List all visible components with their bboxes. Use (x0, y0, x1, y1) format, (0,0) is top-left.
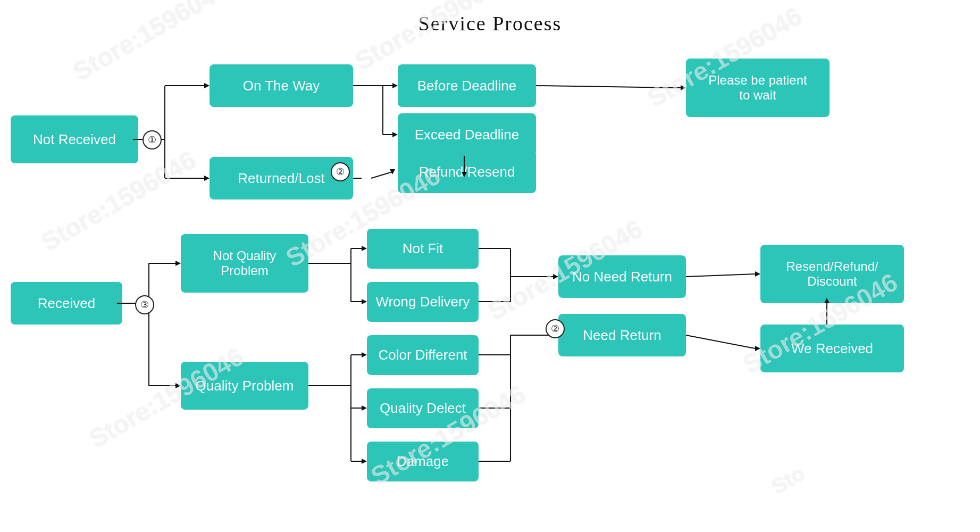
box-need-return: Need Return (558, 314, 686, 356)
svg-marker-54 (755, 271, 760, 277)
box-color-different: Color Different (367, 335, 479, 375)
box-returned-lost: Returned/Lost (210, 157, 353, 200)
svg-marker-34 (362, 352, 367, 358)
box-on-the-way: On The Way (210, 64, 353, 107)
box-resend-refund: Resend/Refund/Discount (760, 245, 904, 303)
marker-2-bottom: ② (546, 319, 565, 338)
marker-3: ③ (135, 295, 154, 314)
box-not-received: Not Received (11, 115, 138, 163)
marker-2-top: ② (331, 162, 350, 181)
svg-marker-30 (362, 299, 367, 304)
box-exceed-deadline: Exceed Deadline (398, 113, 536, 156)
svg-line-12 (536, 86, 681, 88)
svg-marker-56 (755, 346, 760, 351)
svg-marker-36 (362, 405, 367, 411)
svg-marker-18 (390, 169, 395, 174)
svg-marker-24 (175, 383, 181, 388)
svg-marker-5 (204, 176, 210, 181)
box-not-fit: Not Fit (367, 229, 479, 269)
box-before-deadline: Before Deadline (398, 64, 536, 107)
box-not-quality: Not QualityProblem (181, 234, 308, 293)
box-quality-defect: Quality Delect (367, 388, 479, 428)
svg-marker-11 (392, 132, 398, 137)
svg-line-17 (371, 172, 392, 178)
box-no-need-return: No Need Return (558, 255, 686, 298)
page-title: Service Process (418, 12, 562, 35)
box-wrong-delivery: Wrong Delivery (367, 282, 479, 322)
box-please-wait: Please be patientto wait (686, 59, 830, 117)
svg-marker-42 (553, 274, 558, 279)
svg-marker-28 (362, 246, 367, 251)
svg-marker-38 (362, 459, 367, 464)
box-received: Received (11, 282, 122, 325)
svg-line-55 (686, 335, 755, 348)
box-damage: Damage (367, 442, 479, 481)
svg-line-53 (686, 274, 755, 277)
svg-marker-13 (681, 85, 686, 90)
svg-marker-9 (392, 83, 398, 88)
box-we-received: We Received (760, 325, 904, 372)
svg-marker-22 (175, 261, 181, 266)
box-quality-problem: Quality Problem (181, 362, 308, 410)
box-refund-resend1: Refund/Resend (398, 151, 536, 193)
marker-1: ① (143, 130, 162, 149)
svg-marker-3 (204, 83, 210, 88)
watermark-1: Store:1596046 (68, 0, 232, 87)
watermark-10: Sto (767, 461, 809, 499)
